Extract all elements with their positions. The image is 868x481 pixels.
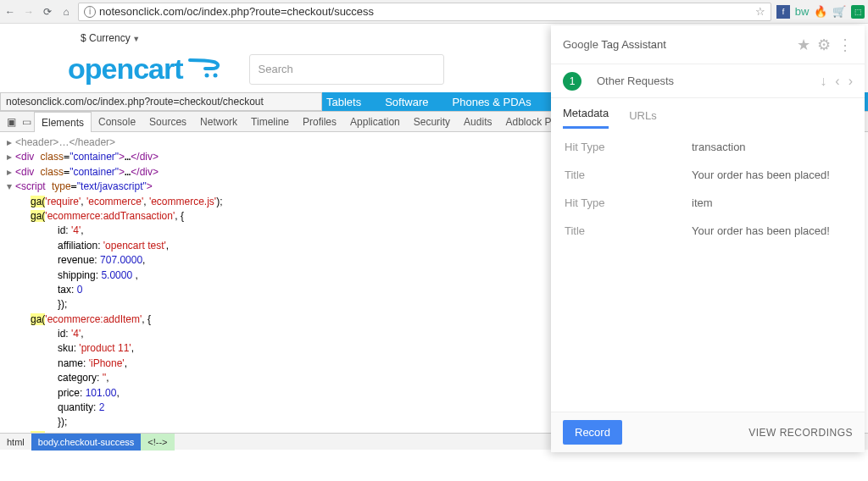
- ta-header: Google Tag Assistant ★ ⚙ ⋮: [551, 25, 865, 64]
- ta-subheader: 1 Other Requests ↓ ‹ ›: [551, 64, 865, 98]
- nav-item[interactable]: Phones & PDAs: [453, 96, 531, 108]
- ta-value: Your order has been placed!: [692, 224, 851, 237]
- reload-icon[interactable]: ⟳: [41, 5, 54, 19]
- devtools-frame-path: notesonclick.com/oc/index.php?route=chec…: [0, 92, 322, 111]
- prev-icon[interactable]: ‹: [835, 74, 839, 89]
- next-icon[interactable]: ›: [849, 74, 853, 89]
- ta-footer: Record VIEW RECORDINGS: [551, 412, 865, 452]
- search-placeholder: Search: [259, 63, 293, 75]
- nav-item[interactable]: Software: [385, 96, 428, 108]
- tab-elements[interactable]: Elements: [34, 112, 92, 132]
- browser-toolbar: ← → ⟳ ⌂ i notesonclick.com/oc/index.php?…: [0, 0, 868, 24]
- ta-row: TitleYour order has been placed!: [565, 169, 851, 181]
- bookmark-star-icon[interactable]: ☆: [755, 5, 765, 18]
- caret-down-icon: ▼: [131, 35, 140, 43]
- more-icon[interactable]: ⋮: [837, 36, 853, 54]
- ta-key: Title: [565, 169, 692, 181]
- back-icon[interactable]: ←: [3, 5, 17, 19]
- tab-audits[interactable]: Audits: [457, 112, 498, 132]
- tab-security[interactable]: Security: [407, 112, 457, 132]
- star-icon[interactable]: ★: [797, 36, 810, 54]
- gear-icon[interactable]: ⚙: [817, 36, 831, 54]
- extension-icons: f bw 🔥 🛒 ⬚: [776, 5, 865, 19]
- ext-icon-1[interactable]: f: [776, 5, 790, 19]
- currency-label: $ Currency: [81, 32, 131, 44]
- logo-text: opencart: [68, 53, 183, 86]
- inspect-icon[interactable]: ▣: [3, 116, 19, 128]
- ta-key: Title: [565, 224, 692, 237]
- tab-network[interactable]: Network: [193, 112, 244, 132]
- ta-value: item: [692, 196, 851, 209]
- tab-metadata[interactable]: Metadata: [563, 107, 609, 129]
- ta-title-rest: Tag Assistant: [598, 38, 666, 51]
- tag-assistant-panel: Google Tag Assistant ★ ⚙ ⋮ 1 Other Reque…: [551, 25, 865, 452]
- ta-tabs: Metadata URLs: [551, 98, 865, 129]
- frame-path-text: notesonclick.com/oc/index.php?route=chec…: [6, 96, 264, 108]
- home-icon[interactable]: ⌂: [59, 5, 73, 19]
- ta-value: Your order has been placed!: [692, 169, 851, 181]
- tab-profiles[interactable]: Profiles: [296, 112, 343, 132]
- ext-icon-3[interactable]: 🔥: [814, 5, 827, 19]
- tab-urls[interactable]: URLs: [629, 109, 657, 129]
- breadcrumb-item[interactable]: <!-->: [141, 434, 174, 451]
- ta-body: Hit Typetransaction TitleYour order has …: [551, 129, 865, 412]
- ext-icon-5[interactable]: ⬚: [851, 5, 865, 19]
- ta-row: Hit Typeitem: [565, 196, 851, 209]
- site-info-icon[interactable]: i: [84, 6, 96, 18]
- tab-console[interactable]: Console: [92, 112, 142, 132]
- tab-application[interactable]: Application: [343, 112, 407, 132]
- device-icon[interactable]: ▭: [19, 116, 34, 128]
- svg-point-1: [213, 74, 217, 78]
- ta-key: Hit Type: [565, 141, 692, 153]
- svg-point-0: [204, 74, 209, 78]
- search-input[interactable]: Search: [249, 54, 444, 85]
- ext-icon-4[interactable]: 🛒: [832, 5, 846, 19]
- ext-icon-2[interactable]: bw: [795, 5, 809, 19]
- ta-title-brand: Google: [563, 38, 598, 51]
- ta-row: Hit Typetransaction: [565, 141, 851, 153]
- view-recordings-link[interactable]: VIEW RECORDINGS: [748, 427, 853, 439]
- forward-icon: →: [22, 5, 36, 19]
- breadcrumb-item[interactable]: body.checkout-success: [31, 434, 142, 451]
- address-bar[interactable]: i notesonclick.com/oc/index.php?route=ch…: [78, 3, 771, 21]
- tab-timeline[interactable]: Timeline: [244, 112, 296, 132]
- url-text: notesonclick.com/oc/index.php?route=chec…: [99, 5, 374, 18]
- ta-key: Hit Type: [565, 196, 692, 209]
- download-icon[interactable]: ↓: [820, 74, 826, 89]
- breadcrumb-item[interactable]: html: [0, 434, 31, 451]
- ta-subtitle: Other Requests: [597, 75, 674, 87]
- cart-icon: [188, 53, 224, 86]
- tab-sources[interactable]: Sources: [142, 112, 193, 132]
- ta-value: transaction: [692, 141, 851, 153]
- nav-item[interactable]: Tablets: [326, 96, 361, 108]
- opencart-logo[interactable]: opencart: [68, 53, 224, 86]
- ta-row: TitleYour order has been placed!: [565, 224, 851, 237]
- record-button[interactable]: Record: [563, 420, 622, 445]
- request-count-badge: 1: [563, 72, 581, 91]
